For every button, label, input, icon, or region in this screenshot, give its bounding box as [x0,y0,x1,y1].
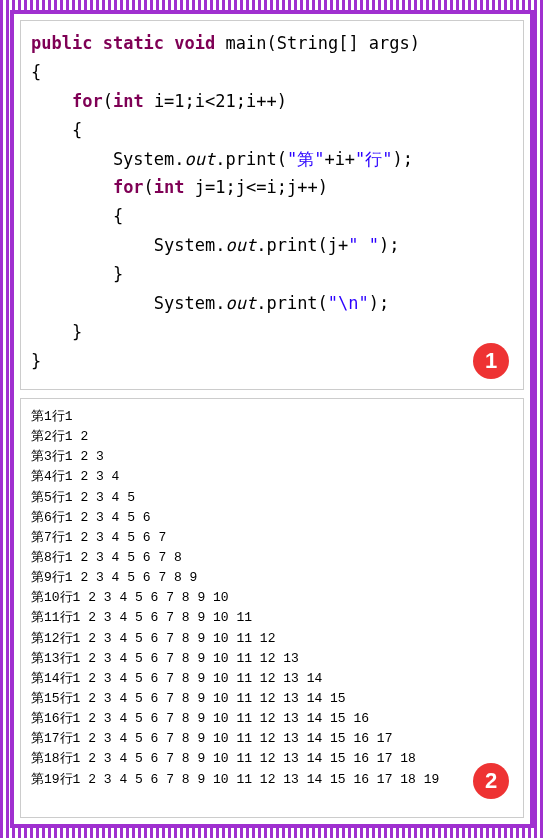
code-token: out [225,235,256,255]
page-frame: public static void main(String[] args) {… [10,10,534,828]
code-token: } [31,351,41,371]
code-block: public static void main(String[] args) {… [31,29,513,376]
code-token: static [103,33,164,53]
output-row: 第1行1 [31,407,513,427]
code-token: } [31,322,82,342]
output-row: 第14行1 2 3 4 5 6 7 8 9 10 11 12 13 14 [31,669,513,689]
output-row: 第12行1 2 3 4 5 6 7 8 9 10 11 12 [31,629,513,649]
code-token: .print( [215,149,287,169]
code-token: .print(j+ [256,235,348,255]
code-token: main [226,33,267,53]
output-row: 第11行1 2 3 4 5 6 7 8 9 10 11 [31,608,513,628]
code-token: +i+ [324,149,355,169]
output-block: 第1行1第2行1 2第3行1 2 3第4行1 2 3 4第5行1 2 3 4 5… [31,407,513,790]
output-row: 第13行1 2 3 4 5 6 7 8 9 10 11 12 13 [31,649,513,669]
code-token: ( [144,177,154,197]
output-row: 第9行1 2 3 4 5 6 7 8 9 [31,568,513,588]
code-token [164,33,174,53]
code-token: "\n" [328,293,369,313]
output-row: 第18行1 2 3 4 5 6 7 8 9 10 11 12 13 14 15 … [31,749,513,769]
output-row: 第17行1 2 3 4 5 6 7 8 9 10 11 12 13 14 15 … [31,729,513,749]
code-token: for [113,177,144,197]
output-panel: 第1行1第2行1 2第3行1 2 3第4行1 2 3 4第5行1 2 3 4 5… [20,398,524,818]
code-token: " " [348,235,379,255]
code-panel: public static void main(String[] args) {… [20,20,524,390]
badge-1: 1 [473,343,509,379]
code-token: "行" [355,149,392,169]
output-row: 第2行1 2 [31,427,513,447]
code-token: { [31,206,123,226]
code-token [215,33,225,53]
code-token: i=1;i<21;i++) [144,91,287,111]
code-token: (String[] args) [267,33,421,53]
code-token: void [174,33,215,53]
code-token: System. [31,235,225,255]
code-token: ); [393,149,413,169]
code-token: out [185,149,216,169]
output-row: 第6行1 2 3 4 5 6 [31,508,513,528]
code-token [31,177,113,197]
code-token: int [113,91,144,111]
code-token [31,91,72,111]
output-row: 第5行1 2 3 4 5 [31,488,513,508]
badge-2: 2 [473,763,509,799]
code-token: out [225,293,256,313]
code-token: for [72,91,103,111]
code-token: System. [31,293,225,313]
code-token: ); [369,293,389,313]
output-row: 第19行1 2 3 4 5 6 7 8 9 10 11 12 13 14 15 … [31,770,513,790]
code-token: public [31,33,92,53]
output-row: 第3行1 2 3 [31,447,513,467]
code-token: { [31,120,82,140]
output-row: 第4行1 2 3 4 [31,467,513,487]
output-row: 第15行1 2 3 4 5 6 7 8 9 10 11 12 13 14 15 [31,689,513,709]
code-token: j=1;j<=i;j++) [185,177,328,197]
code-token: "第" [287,149,324,169]
code-token: .print( [256,293,328,313]
code-token: System. [31,149,185,169]
code-token [92,33,102,53]
output-row: 第10行1 2 3 4 5 6 7 8 9 10 [31,588,513,608]
output-row: 第16行1 2 3 4 5 6 7 8 9 10 11 12 13 14 15 … [31,709,513,729]
code-token: } [31,264,123,284]
code-token: { [31,62,41,82]
output-row: 第8行1 2 3 4 5 6 7 8 [31,548,513,568]
output-row: 第7行1 2 3 4 5 6 7 [31,528,513,548]
code-token: ); [379,235,399,255]
code-token: ( [103,91,113,111]
code-token: int [154,177,185,197]
